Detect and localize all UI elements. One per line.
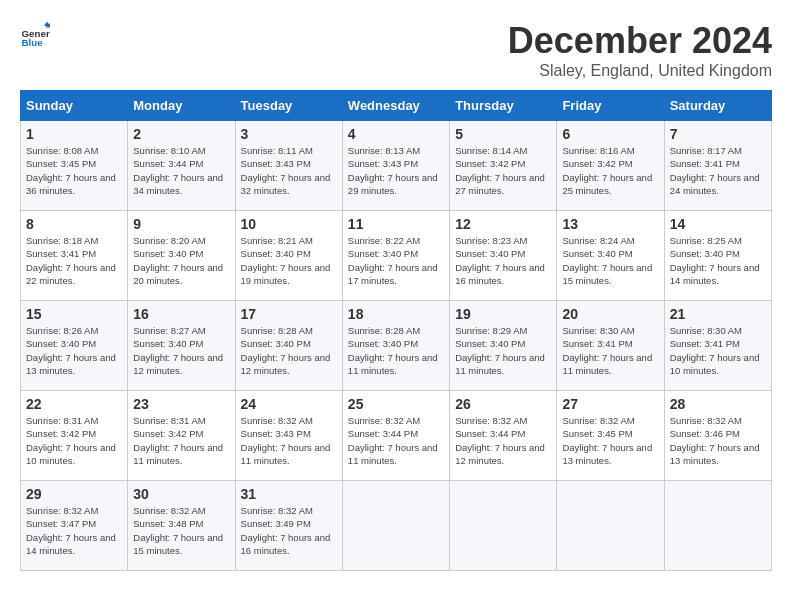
day-info: Sunrise: 8:32 AM Sunset: 3:43 PM Dayligh… [241, 414, 337, 467]
day-number: 28 [670, 396, 766, 412]
day-info: Sunrise: 8:30 AM Sunset: 3:41 PM Dayligh… [670, 324, 766, 377]
calendar-cell: 8 Sunrise: 8:18 AM Sunset: 3:41 PM Dayli… [21, 211, 128, 301]
calendar-cell: 28 Sunrise: 8:32 AM Sunset: 3:46 PM Dayl… [664, 391, 771, 481]
day-info: Sunrise: 8:32 AM Sunset: 3:48 PM Dayligh… [133, 504, 229, 557]
day-info: Sunrise: 8:31 AM Sunset: 3:42 PM Dayligh… [26, 414, 122, 467]
day-info: Sunrise: 8:32 AM Sunset: 3:44 PM Dayligh… [455, 414, 551, 467]
day-number: 17 [241, 306, 337, 322]
calendar-cell: 25 Sunrise: 8:32 AM Sunset: 3:44 PM Dayl… [342, 391, 449, 481]
column-header-friday: Friday [557, 91, 664, 121]
svg-text:Blue: Blue [22, 37, 44, 48]
day-number: 21 [670, 306, 766, 322]
day-info: Sunrise: 8:08 AM Sunset: 3:45 PM Dayligh… [26, 144, 122, 197]
day-info: Sunrise: 8:32 AM Sunset: 3:45 PM Dayligh… [562, 414, 658, 467]
logo-icon: General Blue [20, 20, 50, 50]
day-number: 18 [348, 306, 444, 322]
calendar-cell: 20 Sunrise: 8:30 AM Sunset: 3:41 PM Dayl… [557, 301, 664, 391]
title-block: December 2024 Slaley, England, United Ki… [508, 20, 772, 80]
column-header-sunday: Sunday [21, 91, 128, 121]
day-info: Sunrise: 8:32 AM Sunset: 3:46 PM Dayligh… [670, 414, 766, 467]
calendar-cell [664, 481, 771, 571]
day-info: Sunrise: 8:16 AM Sunset: 3:42 PM Dayligh… [562, 144, 658, 197]
calendar-week-5: 29 Sunrise: 8:32 AM Sunset: 3:47 PM Dayl… [21, 481, 772, 571]
day-info: Sunrise: 8:23 AM Sunset: 3:40 PM Dayligh… [455, 234, 551, 287]
day-number: 16 [133, 306, 229, 322]
calendar-week-4: 22 Sunrise: 8:31 AM Sunset: 3:42 PM Dayl… [21, 391, 772, 481]
day-number: 30 [133, 486, 229, 502]
logo: General Blue [20, 20, 50, 50]
calendar-cell: 26 Sunrise: 8:32 AM Sunset: 3:44 PM Dayl… [450, 391, 557, 481]
calendar-cell: 7 Sunrise: 8:17 AM Sunset: 3:41 PM Dayli… [664, 121, 771, 211]
calendar-cell: 5 Sunrise: 8:14 AM Sunset: 3:42 PM Dayli… [450, 121, 557, 211]
day-number: 25 [348, 396, 444, 412]
day-number: 12 [455, 216, 551, 232]
day-info: Sunrise: 8:14 AM Sunset: 3:42 PM Dayligh… [455, 144, 551, 197]
calendar-week-1: 1 Sunrise: 8:08 AM Sunset: 3:45 PM Dayli… [21, 121, 772, 211]
calendar-cell: 27 Sunrise: 8:32 AM Sunset: 3:45 PM Dayl… [557, 391, 664, 481]
calendar-cell: 2 Sunrise: 8:10 AM Sunset: 3:44 PM Dayli… [128, 121, 235, 211]
calendar-cell: 31 Sunrise: 8:32 AM Sunset: 3:49 PM Dayl… [235, 481, 342, 571]
calendar-cell: 12 Sunrise: 8:23 AM Sunset: 3:40 PM Dayl… [450, 211, 557, 301]
day-number: 7 [670, 126, 766, 142]
day-info: Sunrise: 8:28 AM Sunset: 3:40 PM Dayligh… [348, 324, 444, 377]
calendar-cell: 14 Sunrise: 8:25 AM Sunset: 3:40 PM Dayl… [664, 211, 771, 301]
day-number: 8 [26, 216, 122, 232]
calendar-cell: 9 Sunrise: 8:20 AM Sunset: 3:40 PM Dayli… [128, 211, 235, 301]
day-number: 13 [562, 216, 658, 232]
calendar-cell [557, 481, 664, 571]
day-number: 15 [26, 306, 122, 322]
day-number: 19 [455, 306, 551, 322]
day-info: Sunrise: 8:20 AM Sunset: 3:40 PM Dayligh… [133, 234, 229, 287]
day-number: 5 [455, 126, 551, 142]
day-number: 6 [562, 126, 658, 142]
day-info: Sunrise: 8:27 AM Sunset: 3:40 PM Dayligh… [133, 324, 229, 377]
day-info: Sunrise: 8:32 AM Sunset: 3:44 PM Dayligh… [348, 414, 444, 467]
day-number: 27 [562, 396, 658, 412]
day-info: Sunrise: 8:29 AM Sunset: 3:40 PM Dayligh… [455, 324, 551, 377]
calendar-cell: 15 Sunrise: 8:26 AM Sunset: 3:40 PM Dayl… [21, 301, 128, 391]
day-number: 10 [241, 216, 337, 232]
calendar-cell: 11 Sunrise: 8:22 AM Sunset: 3:40 PM Dayl… [342, 211, 449, 301]
day-number: 3 [241, 126, 337, 142]
calendar-cell: 21 Sunrise: 8:30 AM Sunset: 3:41 PM Dayl… [664, 301, 771, 391]
day-number: 1 [26, 126, 122, 142]
day-info: Sunrise: 8:17 AM Sunset: 3:41 PM Dayligh… [670, 144, 766, 197]
calendar-cell [450, 481, 557, 571]
calendar-cell: 30 Sunrise: 8:32 AM Sunset: 3:48 PM Dayl… [128, 481, 235, 571]
calendar-week-2: 8 Sunrise: 8:18 AM Sunset: 3:41 PM Dayli… [21, 211, 772, 301]
day-number: 4 [348, 126, 444, 142]
day-info: Sunrise: 8:26 AM Sunset: 3:40 PM Dayligh… [26, 324, 122, 377]
day-info: Sunrise: 8:21 AM Sunset: 3:40 PM Dayligh… [241, 234, 337, 287]
column-header-wednesday: Wednesday [342, 91, 449, 121]
day-number: 22 [26, 396, 122, 412]
calendar-cell: 17 Sunrise: 8:28 AM Sunset: 3:40 PM Dayl… [235, 301, 342, 391]
page-header: General Blue December 2024 Slaley, Engla… [20, 20, 772, 80]
calendar-week-3: 15 Sunrise: 8:26 AM Sunset: 3:40 PM Dayl… [21, 301, 772, 391]
day-number: 20 [562, 306, 658, 322]
column-header-thursday: Thursday [450, 91, 557, 121]
day-number: 24 [241, 396, 337, 412]
day-number: 11 [348, 216, 444, 232]
calendar-cell: 10 Sunrise: 8:21 AM Sunset: 3:40 PM Dayl… [235, 211, 342, 301]
day-info: Sunrise: 8:32 AM Sunset: 3:49 PM Dayligh… [241, 504, 337, 557]
calendar-cell: 16 Sunrise: 8:27 AM Sunset: 3:40 PM Dayl… [128, 301, 235, 391]
column-header-tuesday: Tuesday [235, 91, 342, 121]
calendar-cell: 23 Sunrise: 8:31 AM Sunset: 3:42 PM Dayl… [128, 391, 235, 481]
column-header-saturday: Saturday [664, 91, 771, 121]
day-info: Sunrise: 8:30 AM Sunset: 3:41 PM Dayligh… [562, 324, 658, 377]
calendar-cell: 24 Sunrise: 8:32 AM Sunset: 3:43 PM Dayl… [235, 391, 342, 481]
day-info: Sunrise: 8:24 AM Sunset: 3:40 PM Dayligh… [562, 234, 658, 287]
day-info: Sunrise: 8:25 AM Sunset: 3:40 PM Dayligh… [670, 234, 766, 287]
day-info: Sunrise: 8:28 AM Sunset: 3:40 PM Dayligh… [241, 324, 337, 377]
day-info: Sunrise: 8:11 AM Sunset: 3:43 PM Dayligh… [241, 144, 337, 197]
day-info: Sunrise: 8:31 AM Sunset: 3:42 PM Dayligh… [133, 414, 229, 467]
day-number: 9 [133, 216, 229, 232]
calendar-cell: 18 Sunrise: 8:28 AM Sunset: 3:40 PM Dayl… [342, 301, 449, 391]
day-info: Sunrise: 8:10 AM Sunset: 3:44 PM Dayligh… [133, 144, 229, 197]
calendar-cell: 3 Sunrise: 8:11 AM Sunset: 3:43 PM Dayli… [235, 121, 342, 211]
calendar-header-row: SundayMondayTuesdayWednesdayThursdayFrid… [21, 91, 772, 121]
column-header-monday: Monday [128, 91, 235, 121]
calendar-cell: 4 Sunrise: 8:13 AM Sunset: 3:43 PM Dayli… [342, 121, 449, 211]
calendar-cell: 22 Sunrise: 8:31 AM Sunset: 3:42 PM Dayl… [21, 391, 128, 481]
calendar-cell: 19 Sunrise: 8:29 AM Sunset: 3:40 PM Dayl… [450, 301, 557, 391]
